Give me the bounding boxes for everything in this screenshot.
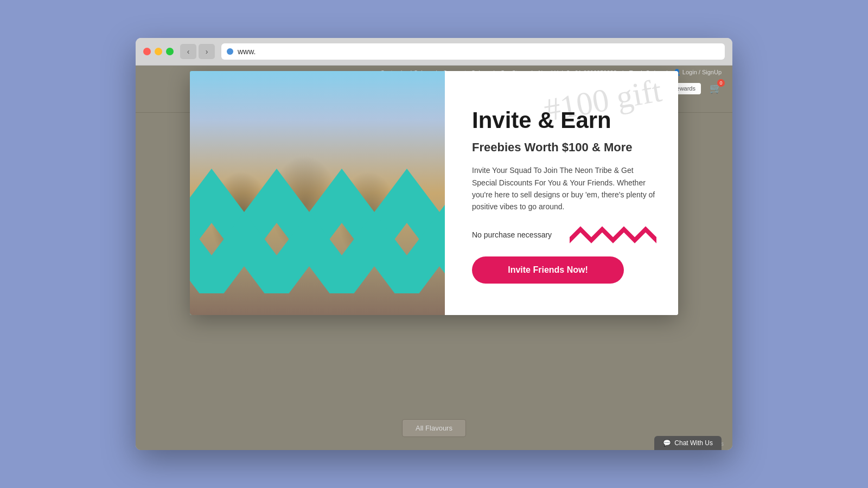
no-purchase-row: No purchase necessary xyxy=(472,224,656,246)
back-button[interactable]: ‹ xyxy=(180,44,196,59)
modal-title: Invite & Earn xyxy=(472,108,656,133)
traffic-lights xyxy=(143,48,174,55)
invite-modal: #100 gift Invite & Earn Freebies Worth $… xyxy=(190,71,678,315)
secure-icon xyxy=(227,48,233,55)
minimize-button[interactable] xyxy=(155,48,162,55)
bottom-content-area: All Flavours powered by InviteReferrals … xyxy=(136,410,732,450)
browser-content: Customised Cakes | Corporate Cakes | Our… xyxy=(136,66,732,450)
modal-right-panel: #100 gift Invite & Earn Freebies Worth $… xyxy=(445,71,678,315)
forward-button[interactable]: › xyxy=(199,44,215,59)
chat-label: Chat With Us xyxy=(674,439,713,447)
teal-zigzag-icon xyxy=(190,131,445,293)
close-button[interactable] xyxy=(143,48,151,55)
browser-chrome: ‹ › www. xyxy=(136,38,732,66)
pink-wave-icon xyxy=(570,224,656,246)
modal-description: Invite Your Squad To Join The Neon Tribe… xyxy=(472,164,656,213)
modal-overlay: #100 gift Invite & Earn Freebies Worth $… xyxy=(136,66,732,450)
chat-with-us-button[interactable]: 💬 Chat With Us xyxy=(654,436,722,450)
address-bar[interactable]: www. xyxy=(221,43,725,60)
chat-icon: 💬 xyxy=(663,439,671,447)
nav-buttons: ‹ › xyxy=(180,44,215,59)
no-purchase-text: No purchase necessary xyxy=(472,230,552,239)
address-text: www. xyxy=(238,47,256,56)
modal-left-panel xyxy=(190,71,445,315)
maximize-button[interactable] xyxy=(166,48,174,55)
all-flavours-button[interactable]: All Flavours xyxy=(402,419,466,437)
invite-friends-button[interactable]: Invite Friends Now! xyxy=(472,256,624,284)
browser-window: ‹ › www. Customised Cakes | Corporate Ca… xyxy=(136,38,732,450)
modal-subtitle: Freebies Worth $100 & More xyxy=(472,140,656,155)
